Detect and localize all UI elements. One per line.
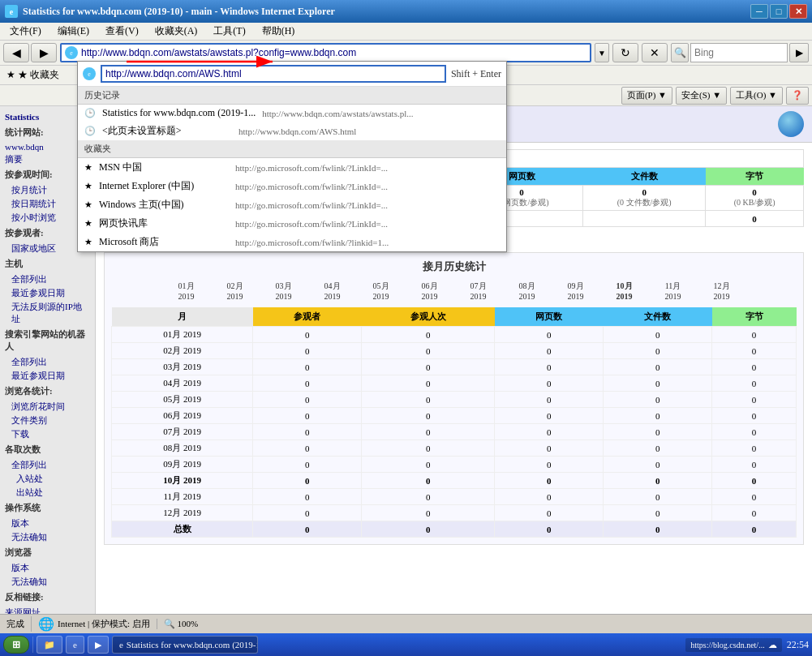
refresh-button[interactable]: ↻ [612, 43, 638, 62]
menu-tools[interactable]: 工具(T) [207, 23, 251, 40]
month-12: 12月2019 [698, 281, 746, 301]
fav-item-4-url: http://go.microsoft.com/fwlink/?LinkId=.… [235, 219, 388, 229]
fav-item-3[interactable]: ★ Windows 主页(中国) http://go.microsoft.com… [78, 195, 506, 214]
shortcut-label: Shift + Enter [451, 68, 501, 80]
row-2019-04: 04月 201900000 [112, 375, 797, 392]
sidebar-os-version[interactable]: 版本 [0, 517, 95, 530]
dropdown-url-input[interactable] [101, 65, 446, 83]
fav-item-5-url: http://go.microsoft.com/fwlink/?linkid=1… [235, 238, 389, 247]
month-07: 07月2019 [454, 281, 503, 301]
menu-help[interactable]: 帮助(H) [256, 23, 302, 40]
search-input[interactable] [690, 43, 788, 62]
browser-files: 0 (0 文件数/参观) [583, 186, 706, 211]
row-2019-02: 02月 201900000 [112, 343, 797, 359]
taskbar-window-icon: e [119, 640, 123, 650]
chart-months: 01月2019 02月2019 03月2019 04月2019 05月2019 … [111, 281, 797, 301]
sidebar-browser-unknown[interactable]: 无法确知 [0, 575, 95, 589]
fav-item-1-name: MSN 中国 [99, 161, 229, 174]
menu-view[interactable]: 查看(V) [99, 23, 145, 40]
globe-status-icon: 🌐 [38, 616, 54, 632]
sidebar-host-unknown[interactable]: 无法反则源的IP地址 [0, 300, 95, 326]
tray-url-text: https://blog.csdn.net/... [690, 641, 764, 650]
th-visits-2: 参观人次 [362, 307, 495, 327]
sidebar-section-referer: 反相链接: [0, 589, 95, 606]
start-button[interactable]: ⊞ [3, 636, 29, 654]
address-dropdown-button[interactable]: ▼ [595, 43, 609, 62]
window-controls[interactable]: ─ □ ✕ [750, 4, 807, 19]
search-submit-button[interactable]: ▶ [789, 43, 809, 62]
sidebar-os-unknown[interactable]: 无法确知 [0, 530, 95, 544]
favorites-label: ★ 收藏夹 [18, 68, 59, 82]
address-wrapper: e [60, 43, 591, 62]
back-button[interactable]: ◀ [3, 43, 29, 62]
fav-item-2-url: http://go.microsoft.com/fwlink/?LinkId=.… [235, 182, 388, 191]
sidebar-duration[interactable]: 浏览所花时间 [0, 400, 95, 414]
nav-buttons: ◀ ▶ [3, 43, 57, 62]
menu-bar: 文件(F) 编辑(E) 查看(V) 收藏夹(A) 工具(T) 帮助(H) [0, 23, 812, 41]
sidebar-section-os: 操作系统 [0, 500, 95, 517]
sidebar-section-browser: 浏览各统计: [0, 383, 95, 400]
history-table: 月 参观者 参观人次 网页数 文件数 字节 01月 201900000 02月 … [111, 307, 797, 538]
fav-icon-3: ★ [84, 199, 92, 210]
minimize-button[interactable]: ─ [750, 4, 768, 19]
history-item-1-url: http://www.bdqn.com/awstats/awstats.pl..… [262, 109, 413, 118]
monthly-history-section: 接月历史统计 01月2019 02月2019 03月2019 04月2019 0… [104, 252, 804, 545]
help-button[interactable]: ❓ [786, 87, 809, 105]
history-item-2[interactable]: 🕒 <此页未设置标题> http://www.bdqn.com/AWS.html [78, 122, 506, 140]
taskbar-icon-folder[interactable]: 📁 [37, 636, 62, 654]
fav-item-5[interactable]: ★ Microsoft 商店 http://go.microsoft.com/f… [78, 233, 506, 251]
address-dropdown-panel: e Shift + Enter 历史记录 🕒 Statistics for ww… [77, 61, 507, 252]
menu-favorites[interactable]: 收藏夹(A) [148, 23, 204, 40]
month-06: 06月2019 [406, 281, 454, 301]
dropdown-url-row: e Shift + Enter [78, 62, 506, 87]
close-button[interactable]: ✕ [789, 4, 807, 19]
status-zoom: 🔍 100% [157, 619, 198, 629]
status-bar: 完成 🌐 Internet | 保护模式: 启用 🔍 100% [0, 614, 812, 633]
fav-item-2-name: Internet Explorer (中国) [99, 179, 229, 193]
th-bytes-2: 字节 [712, 307, 797, 327]
maximize-button[interactable]: □ [770, 4, 788, 19]
sidebar-host-recent[interactable]: 最近参观日期 [0, 286, 95, 300]
history-item-1[interactable]: 🕒 Statistics for www.bdqn.com (2019-1...… [78, 105, 506, 122]
fav-item-1[interactable]: ★ MSN 中国 http://go.microsoft.com/fwlink/… [78, 158, 506, 177]
sidebar-browser-version[interactable]: 版本 [0, 561, 95, 575]
favorites-button[interactable]: ★ ★ 收藏夹 [3, 66, 62, 84]
fav-item-2[interactable]: ★ Internet Explorer (中国) http://go.micro… [78, 177, 506, 195]
stop-button[interactable]: ✕ [642, 43, 668, 62]
th-visitors-2: 参观者 [253, 307, 362, 327]
taskbar-icon-ie[interactable]: e [66, 636, 84, 654]
safety-button[interactable]: 安全(S) ▼ [676, 87, 727, 105]
sidebar-download[interactable]: 下载 [0, 427, 95, 441]
month-05: 05月2019 [357, 281, 406, 301]
page-button[interactable]: 页面(P) ▼ [621, 87, 672, 105]
row-2019-09: 09月 201900000 [112, 457, 797, 473]
th-files: 文件数 [583, 168, 706, 186]
menu-file[interactable]: 文件(F) [3, 23, 48, 40]
sidebar-access-all[interactable]: 全部列出 [0, 458, 95, 472]
fav-item-4[interactable]: ★ 网页快讯库 http://go.microsoft.com/fwlink/?… [78, 214, 506, 233]
sidebar-filetype[interactable]: 文件类别 [0, 414, 95, 427]
taskbar-active-window[interactable]: e Statistics for www.bdqn.com (2019-10) … [112, 636, 258, 654]
th-month-col: 月 [112, 307, 253, 327]
month-08: 08月2019 [503, 281, 552, 301]
taskbar-right: https://blog.csdn.net/... ☁ 22:54 [685, 638, 809, 652]
windows-logo: ⊞ [12, 639, 20, 651]
browser-bytes: 0 (0 KB/参观) [706, 186, 804, 211]
taskbar-icon-media[interactable]: ▶ [88, 636, 109, 654]
sidebar-exit[interactable]: 出站处 [0, 486, 95, 500]
tools-button[interactable]: 工具(O) ▼ [730, 87, 783, 105]
month-02: 02月2019 [211, 281, 260, 301]
address-input[interactable] [81, 47, 586, 58]
sidebar-host-all[interactable]: 全部列出 [0, 272, 95, 286]
sidebar-robot-all[interactable]: 全部列出 [0, 355, 95, 369]
history-item-1-name: Statistics for www.bdqn.com (2019-1... [102, 107, 256, 119]
menu-edit[interactable]: 编辑(E) [51, 23, 96, 40]
sidebar-robot-recent[interactable]: 最近参观日期 [0, 369, 95, 383]
month-04: 04月2019 [308, 281, 357, 301]
zone-text: Internet | 保护模式: 启用 [58, 618, 150, 630]
taskbar: ⊞ 📁 e ▶ e Statistics for www.bdqn.com (2… [0, 633, 812, 656]
sidebar-entry[interactable]: 入站处 [0, 472, 95, 486]
forward-button[interactable]: ▶ [31, 43, 57, 62]
row-total: 总数00000 [112, 521, 797, 538]
th-pages-2: 网页数 [495, 307, 604, 327]
